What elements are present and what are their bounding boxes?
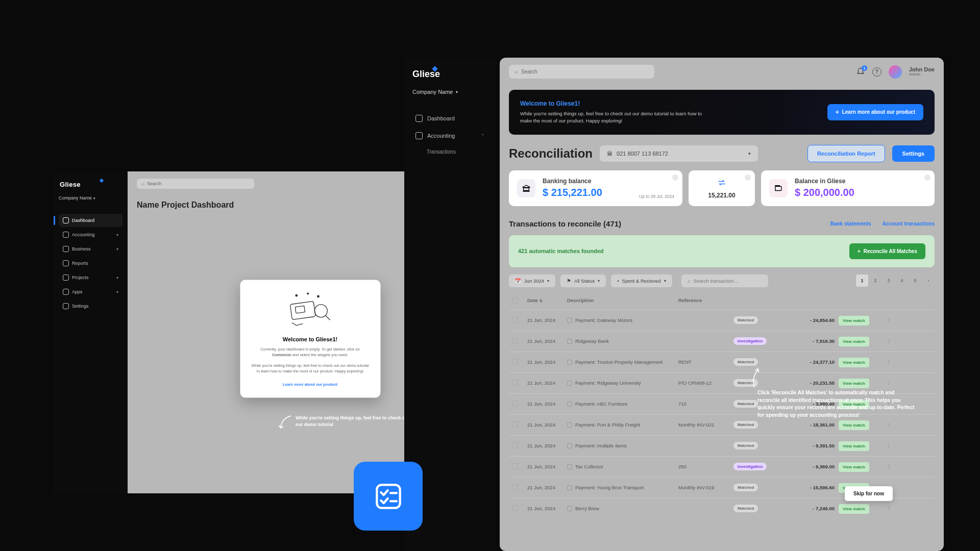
reconciliation-report-button[interactable]: Reconciliation Report — [807, 145, 885, 162]
row-menu-button[interactable]: ⋮ — [884, 504, 894, 514]
sidebar-item-projects[interactable]: Projects▾ — [59, 271, 122, 284]
auto-match-banner: 421 automatic matches founded +Reconcile… — [509, 235, 935, 267]
settings-button[interactable]: Settings — [892, 145, 935, 162]
status-badge: Investigation — [733, 337, 767, 345]
learn-more-button[interactable]: +Learn more about our product — [827, 104, 923, 120]
help-icon[interactable]: ? — [872, 67, 881, 77]
close-icon[interactable] — [745, 174, 751, 181]
row-checkbox[interactable] — [512, 338, 518, 344]
page-next[interactable]: › — [922, 274, 935, 287]
welcome-banner: Welcome to Gliese1! While you're setting… — [509, 90, 935, 135]
sidebar-item-apps[interactable]: Apps▾ — [59, 285, 122, 298]
row-checkbox[interactable] — [512, 400, 518, 407]
reconciliation-mockup: ⌕Search 1 ? John DoeAdmin Welcome to Gli… — [500, 58, 944, 551]
cell-description: Payment: Young Bros Transport — [567, 485, 674, 490]
page-4[interactable]: 4 — [896, 274, 908, 287]
status-badge: Matched — [733, 421, 758, 429]
chevron-down-icon: ▾ — [116, 247, 118, 252]
page-1[interactable]: 1 — [856, 274, 868, 287]
col-date[interactable]: Date⇅ — [527, 297, 563, 305]
sidebar-item-accounting[interactable]: Accounting▾ — [59, 228, 122, 241]
search-input[interactable]: ⌕Search — [137, 179, 254, 189]
row-checkbox[interactable] — [512, 463, 518, 469]
status-filter[interactable]: ⚑All Status▾ — [560, 274, 606, 287]
row-checkbox[interactable] — [512, 484, 518, 490]
card-label: Banking balance — [543, 178, 602, 185]
view-match-button[interactable]: View match — [839, 462, 869, 472]
checklist-icon — [372, 480, 405, 513]
bank-statements-link[interactable]: Bank statements — [830, 221, 871, 227]
page-5[interactable]: 5 — [909, 274, 921, 287]
svg-rect-1 — [295, 306, 305, 313]
row-checkbox[interactable] — [512, 421, 518, 428]
sidebar-item-settings[interactable]: Settings — [59, 299, 122, 313]
view-match-button[interactable]: View match — [839, 420, 869, 430]
view-match-button[interactable]: View match — [839, 337, 869, 346]
status-badge: Matched — [733, 505, 758, 512]
app-tile-checklist[interactable] — [354, 462, 423, 531]
cell-reference: Monthly INV-021 — [678, 422, 729, 428]
card-label: Balance in Gliese — [795, 178, 854, 185]
view-match-button[interactable]: View match — [839, 504, 869, 514]
view-match-button[interactable]: View match — [839, 358, 869, 367]
cell-description: Ridgeway Bank — [567, 338, 674, 344]
welcome-modal: Welcome to Gliese1! Currently, your dash… — [240, 280, 380, 398]
cell-date: 21 Jun, 2024 — [527, 485, 563, 490]
reconcile-all-button[interactable]: +Reconcile All Matches — [849, 243, 925, 259]
row-checkbox[interactable] — [512, 317, 518, 323]
dashboard-icon — [415, 115, 423, 122]
close-icon[interactable] — [924, 174, 930, 181]
close-icon[interactable] — [672, 174, 678, 181]
account-selector[interactable]: 🏛021 8007 113 68172▾ — [600, 145, 758, 162]
avatar[interactable] — [889, 65, 902, 79]
modal-body-2: While you're setting things up, feel fre… — [251, 362, 369, 374]
row-menu-button[interactable]: ⋮ — [884, 315, 894, 325]
type-filter[interactable]: •Spent & Recieved▾ — [611, 274, 672, 287]
sidebar-item-dashboard[interactable]: Dashboard — [412, 110, 488, 127]
cell-amount: - 18,361.00 — [778, 422, 835, 428]
sidebar-item-accounting[interactable]: Accounting⌃ — [412, 128, 488, 144]
chevron-down-icon: ▾ — [116, 233, 118, 237]
entity-icon — [567, 381, 572, 386]
page-3[interactable]: 3 — [883, 274, 895, 287]
sidebar-item-business[interactable]: Business▾ — [59, 242, 122, 256]
transaction-search-input[interactable]: ⌕Search transaction... — [681, 274, 768, 287]
cell-reference: Monthly INV-019 — [678, 485, 729, 490]
svg-point-4 — [296, 294, 298, 296]
search-icon: ⌕ — [688, 278, 691, 284]
row-menu-button[interactable]: ⋮ — [884, 378, 894, 388]
row-menu-button[interactable]: ⋮ — [884, 336, 894, 346]
chevron-down-icon: ▾ — [748, 151, 751, 156]
row-menu-button[interactable]: ⋮ — [884, 357, 894, 367]
card-value: 15,221.00 — [708, 192, 735, 199]
search-input[interactable]: ⌕Search — [509, 65, 654, 79]
view-match-button[interactable]: View match — [839, 316, 869, 325]
account-transactions-link[interactable]: Account transactions — [883, 221, 935, 227]
accounting-icon — [415, 132, 423, 139]
date-filter[interactable]: 📅Jun 2024▾ — [509, 274, 555, 287]
company-selector[interactable]: Company Name▾ — [412, 89, 488, 95]
row-menu-button[interactable]: ⋮ — [884, 462, 894, 472]
row-checkbox[interactable] — [512, 505, 518, 511]
row-checkbox[interactable] — [512, 359, 518, 365]
view-match-button[interactable]: View match — [839, 441, 869, 451]
sidebar-item-dashboard[interactable]: Dashboard — [59, 214, 122, 227]
bell-icon[interactable]: 1 — [856, 67, 865, 77]
status-badge: Matched — [733, 358, 758, 366]
view-match-button[interactable]: View match — [839, 379, 869, 388]
skip-button[interactable]: Skip for now — [845, 486, 893, 501]
sidebar-sub-transactions[interactable]: Transactions — [412, 145, 488, 159]
cell-date: 21 Jun, 2024 — [527, 422, 563, 428]
select-all-checkbox[interactable] — [512, 297, 518, 304]
company-selector[interactable]: Company Name ▾ — [59, 195, 122, 201]
table-row: 21 Jun, 2024Payment: Gateway MotorsMatch… — [509, 310, 935, 331]
row-checkbox[interactable] — [512, 442, 518, 448]
page-2[interactable]: 2 — [869, 274, 881, 287]
row-checkbox[interactable] — [512, 380, 518, 386]
sidebar-item-reports[interactable]: Reports — [59, 257, 122, 270]
settings-icon — [63, 303, 69, 309]
row-menu-button[interactable]: ⋮ — [884, 420, 894, 430]
row-menu-button[interactable]: ⋮ — [884, 441, 894, 451]
learn-more-link[interactable]: Learn more about our product — [283, 382, 338, 387]
cell-date: 21 Jun, 2024 — [527, 338, 563, 344]
